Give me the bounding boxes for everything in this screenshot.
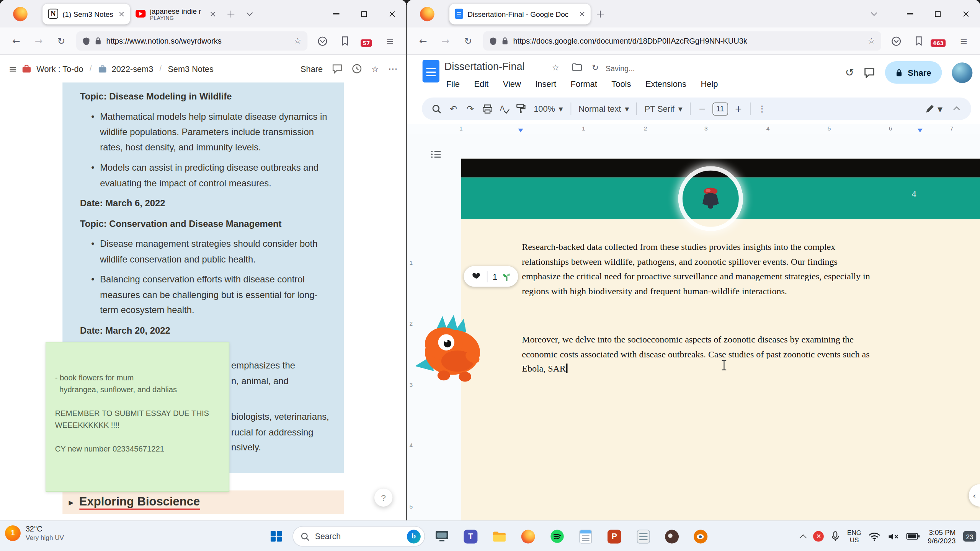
left-indent-marker[interactable] xyxy=(518,129,523,132)
firefox-menu-button[interactable] xyxy=(9,3,31,25)
lock-icon[interactable] xyxy=(502,37,508,45)
close-button[interactable] xyxy=(378,0,406,28)
font-select[interactable]: PT Serif▾ xyxy=(640,100,687,117)
url-bar[interactable]: https://www.notion.so/weyrdworks ☆ xyxy=(76,31,307,51)
language-indicator[interactable]: ENG US xyxy=(847,529,861,544)
lock-icon[interactable] xyxy=(95,37,101,45)
pocket-icon[interactable] xyxy=(312,31,332,51)
minimize-button[interactable] xyxy=(322,0,350,28)
battery-icon[interactable] xyxy=(906,533,920,540)
comments-icon[interactable] xyxy=(332,64,343,74)
back-button[interactable]: ← xyxy=(413,31,433,51)
taskbar-icon-firefox[interactable] xyxy=(516,525,540,547)
shield-icon[interactable] xyxy=(489,37,497,46)
notion-page-body[interactable]: Topic: Disease Modeling in Wildlife •Mat… xyxy=(0,83,406,520)
menu-insert[interactable]: Insert xyxy=(534,78,557,90)
tab-list-button[interactable] xyxy=(864,4,883,23)
comments-icon[interactable] xyxy=(864,67,875,78)
spellcheck-icon[interactable]: A xyxy=(496,100,513,117)
app-menu-button[interactable]: ≡ xyxy=(954,31,973,51)
sidebar-toggle-icon[interactable]: ≡ xyxy=(9,63,17,75)
share-button[interactable]: Share xyxy=(885,61,942,84)
tab-close-icon[interactable] xyxy=(210,11,216,17)
pocket-icon[interactable] xyxy=(886,31,906,51)
clock[interactable]: 3:05 PM 9/6/2023 xyxy=(928,528,956,545)
menu-extensions[interactable]: Extensions xyxy=(644,78,688,90)
document-title[interactable]: Dissertation-Final xyxy=(444,60,525,72)
paint-format-icon[interactable] xyxy=(513,100,529,117)
hidden-icons-chevron[interactable] xyxy=(800,534,807,541)
tab-dissertation[interactable]: Dissertation-Final - Google Doc xyxy=(449,3,591,24)
updates-clock-icon[interactable] xyxy=(352,64,362,74)
breadcrumb-sem3-notes[interactable]: Sem3 Notes xyxy=(168,64,213,73)
tab-close-icon[interactable] xyxy=(119,11,124,17)
bookmark-star-icon[interactable]: ☆ xyxy=(868,36,875,46)
back-button[interactable]: ← xyxy=(6,31,26,51)
favorite-star-icon[interactable]: ☆ xyxy=(371,64,379,73)
forward-button[interactable]: → xyxy=(436,31,456,51)
account-avatar[interactable] xyxy=(952,62,973,83)
taskbar-icon-teams[interactable]: T xyxy=(459,525,482,547)
url-bar[interactable]: https://docs.google.com/document/d/18DbP… xyxy=(483,31,881,51)
tab-list-button[interactable] xyxy=(240,4,259,23)
start-button[interactable] xyxy=(265,525,287,547)
more-options-icon[interactable]: ⋯ xyxy=(388,63,397,74)
breadcrumb-2022-sem3[interactable]: 2022-sem3 xyxy=(112,64,154,73)
bookmarks-icon[interactable] xyxy=(909,31,929,51)
new-tab-button[interactable] xyxy=(591,4,609,23)
maximize-button[interactable] xyxy=(350,0,378,28)
tab-sem3-notes[interactable]: N (1) Sem3 Notes xyxy=(42,3,130,24)
undo-icon[interactable]: ↶ xyxy=(445,100,462,117)
search-menus-icon[interactable] xyxy=(428,100,445,117)
redo-icon[interactable]: ↷ xyxy=(462,100,479,117)
notion-help-button[interactable]: ? xyxy=(374,489,392,507)
menu-format[interactable]: Format xyxy=(569,78,598,90)
right-indent-marker[interactable] xyxy=(918,129,923,132)
document-canvas[interactable]: 1 2 3 4 5 4 Research xyxy=(407,134,980,520)
breadcrumb-work-todo[interactable]: Work : To-do xyxy=(36,64,83,73)
taskbar-icon-file-explorer[interactable] xyxy=(487,525,511,547)
reload-button[interactable]: ↻ xyxy=(458,31,478,51)
zoom-select[interactable]: 100%▾ xyxy=(529,100,567,117)
taskbar-icon-gimp[interactable] xyxy=(660,525,684,547)
reaction-chip[interactable]: 1 xyxy=(464,266,518,287)
microphone-icon[interactable] xyxy=(831,531,840,542)
menu-help[interactable]: Help xyxy=(699,78,719,90)
editing-mode-button[interactable]: ▾ xyxy=(920,100,948,117)
speaker-muted-icon[interactable] xyxy=(888,532,899,541)
desktop-pet-creature[interactable] xyxy=(411,311,491,385)
menu-file[interactable]: File xyxy=(445,78,461,90)
taskbar-icon-spotify[interactable] xyxy=(545,525,569,547)
taskbar-icon-blender[interactable] xyxy=(689,525,712,547)
reload-button[interactable]: ↻ xyxy=(51,31,71,51)
taskbar-search[interactable]: Search b xyxy=(292,526,425,547)
document-page[interactable]: 4 Research-backed data collected from th… xyxy=(461,159,980,520)
adblock-extension-button[interactable]: 463 xyxy=(931,31,951,51)
star-document-icon[interactable]: ☆ xyxy=(552,63,559,72)
decrease-font-size-icon[interactable]: − xyxy=(694,100,710,117)
collapse-toolbar-button[interactable] xyxy=(948,100,965,117)
font-size-input[interactable]: 11 xyxy=(712,102,728,115)
tab-youtube[interactable]: japanese indie r PLAYING xyxy=(130,3,221,24)
taskbar-icon-notepad[interactable] xyxy=(574,525,598,547)
firefox-menu-button[interactable] xyxy=(416,3,438,25)
adblock-extension-button[interactable]: 57 xyxy=(358,31,377,51)
shield-icon[interactable] xyxy=(83,37,90,46)
taskbar-icon-calculator[interactable] xyxy=(631,525,655,547)
share-button[interactable]: Share xyxy=(301,64,323,73)
bookmarks-icon[interactable] xyxy=(335,31,355,51)
taskbar-icon-monitor[interactable] xyxy=(430,525,454,547)
menu-view[interactable]: View xyxy=(501,78,522,90)
notion-toggle-heading-block[interactable]: ▶ Exploring Bioscience xyxy=(62,491,344,514)
version-history-icon[interactable]: ↺ xyxy=(845,66,854,79)
menu-edit[interactable]: Edit xyxy=(473,78,490,90)
wifi-icon[interactable] xyxy=(869,532,880,541)
tray-red-status-icon[interactable]: ✕ xyxy=(813,531,824,542)
google-docs-logo[interactable] xyxy=(423,60,439,83)
maximize-button[interactable] xyxy=(924,0,952,28)
paragraph-style-select[interactable]: Normal text▾ xyxy=(574,100,634,117)
new-tab-button[interactable] xyxy=(221,4,240,23)
close-button[interactable] xyxy=(952,0,980,28)
document-outline-icon[interactable] xyxy=(431,150,441,161)
menu-tools[interactable]: Tools xyxy=(610,78,632,90)
